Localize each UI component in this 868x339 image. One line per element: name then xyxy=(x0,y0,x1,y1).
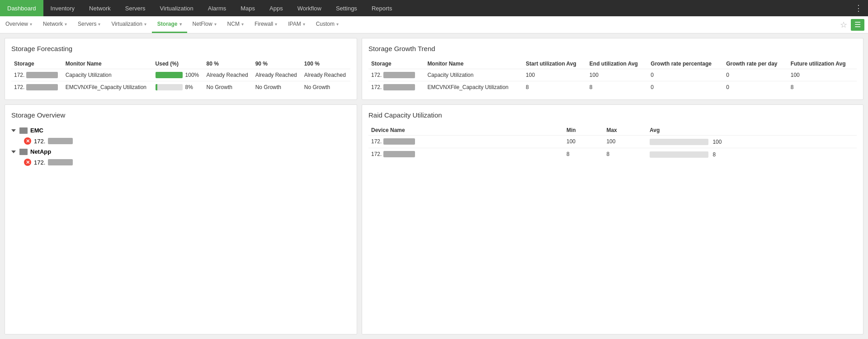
sg-col-future: Future utilization Avg xyxy=(788,59,857,69)
main-content: Storage Forecasting Storage Monitor Name… xyxy=(0,33,868,339)
subnav-firewall[interactable]: Firewall ▾ xyxy=(249,16,283,33)
nav-dashboard[interactable]: Dashboard xyxy=(0,0,43,16)
folder-icon xyxy=(19,127,28,134)
sg-col-start: Start utilization Avg xyxy=(523,59,587,69)
nav-maps[interactable]: Maps xyxy=(233,0,262,16)
subnav-storage-label: Storage xyxy=(157,21,178,27)
raid-min-0: 100 xyxy=(564,136,604,148)
storage-growth-title: Storage Growth Trend xyxy=(368,45,857,52)
avg-bar-outer-1 xyxy=(650,151,708,158)
nav-inventory[interactable]: Inventory xyxy=(43,0,82,16)
chevron-down-icon: ▾ xyxy=(144,22,146,27)
subnav-netflow[interactable]: NetFlow ▾ xyxy=(187,16,222,33)
growth-day-1: 0 xyxy=(723,81,788,94)
growth-monitor-1: EMCVNXFile_Capacity Utilization xyxy=(425,81,523,94)
col-header-storage: Storage xyxy=(11,59,63,69)
tree-group: NetApp ✕ 172. xyxy=(11,146,350,168)
raid-row: 172. 100 100 100 xyxy=(368,136,857,148)
forecast-device-1: 172. xyxy=(11,81,63,94)
nav-settings[interactable]: Settings xyxy=(329,0,364,16)
subnav-network[interactable]: Network ▾ xyxy=(38,16,72,33)
nav-apps[interactable]: Apps xyxy=(262,0,290,16)
rc-col-device: Device Name xyxy=(368,125,564,136)
forecast-80-1: No Growth xyxy=(204,81,253,94)
sg-col-end: End utilization Avg xyxy=(587,59,648,69)
forecast-80-0: Already Reached xyxy=(204,69,253,81)
nav-more-icon[interactable]: ⋮ xyxy=(849,0,868,16)
menu-button[interactable]: ☰ xyxy=(851,19,864,31)
growth-end-1: 8 xyxy=(587,81,648,94)
chevron-down-icon: ▾ xyxy=(336,22,339,27)
right-column: Storage Growth Trend Storage Monitor Nam… xyxy=(362,38,863,334)
growth-day-0: 0 xyxy=(723,69,788,81)
chevron-down-icon: ▾ xyxy=(179,22,182,27)
chevron-down-icon: ▾ xyxy=(275,22,277,27)
device-bar xyxy=(48,159,73,165)
sg-col-storage: Storage xyxy=(368,59,425,69)
chevron-down-icon: ▾ xyxy=(241,22,244,27)
avg-value-0: 100 xyxy=(712,139,722,145)
subnav-servers[interactable]: Servers ▾ xyxy=(72,16,106,33)
tree-group-item[interactable]: EMC xyxy=(11,125,350,136)
growth-row: 172. EMCVNXFile_Capacity Utilization 8 8… xyxy=(368,81,857,94)
group-name: EMC xyxy=(30,127,43,134)
nav-reports[interactable]: Reports xyxy=(364,0,400,16)
nav-servers[interactable]: Servers xyxy=(118,0,153,16)
growth-future-1: 8 xyxy=(788,81,857,94)
growth-device-0: 172. xyxy=(368,69,425,81)
raid-max-0: 100 xyxy=(604,136,647,148)
growth-start-1: 8 xyxy=(523,81,587,94)
left-column: Storage Forecasting Storage Monitor Name… xyxy=(5,38,357,334)
group-name: NetApp xyxy=(30,148,51,155)
subnav-virtualization-label: Virtualization xyxy=(111,21,142,27)
growth-end-0: 100 xyxy=(587,69,648,81)
raid-max-1: 8 xyxy=(604,148,647,160)
storage-forecasting-table: Storage Monitor Name Used (%) 80 % 90 % … xyxy=(11,59,350,93)
forecast-monitor-1: EMCVNXFile_Capacity Utilization xyxy=(63,81,153,94)
sub-nav-actions: ☆ ☰ xyxy=(836,19,868,31)
tree-child-item[interactable]: ✕ 172. xyxy=(11,136,350,146)
storage-forecasting-panel: Storage Forecasting Storage Monitor Name… xyxy=(5,38,357,100)
storage-overview-panel: Storage Overview EMC ✕ 172. NetApp ✕ 172… xyxy=(5,104,357,334)
subnav-storage[interactable]: Storage ▾ xyxy=(152,16,187,33)
favorite-star-icon[interactable]: ☆ xyxy=(836,20,851,30)
growth-pct-1: 0 xyxy=(648,81,723,94)
nav-workflow[interactable]: Workflow xyxy=(290,0,329,16)
raid-avg-1: 8 xyxy=(647,148,857,160)
chevron-down-icon: ▾ xyxy=(30,22,32,27)
growth-start-0: 100 xyxy=(523,69,587,81)
subnav-virtualization[interactable]: Virtualization ▾ xyxy=(106,16,151,33)
forecast-used-1: 8% xyxy=(153,81,204,94)
tree-group-item[interactable]: NetApp xyxy=(11,146,350,157)
forecast-90-1: No Growth xyxy=(253,81,302,94)
raid-device-0: 172. xyxy=(368,136,564,148)
subnav-ncm[interactable]: NCM ▾ xyxy=(222,16,249,33)
growth-device-1: 172. xyxy=(368,81,425,94)
chevron-down-icon: ▾ xyxy=(214,22,217,27)
error-icon: ✕ xyxy=(24,159,31,166)
subnav-ipam[interactable]: IPAM ▾ xyxy=(283,16,310,33)
col-header-monitor-name: Monitor Name xyxy=(63,59,153,69)
nav-network[interactable]: Network xyxy=(82,0,118,16)
growth-future-0: 100 xyxy=(788,69,857,81)
sub-navigation: Overview ▾ Network ▾ Servers ▾ Virtualiz… xyxy=(0,16,868,33)
subnav-overview[interactable]: Overview ▾ xyxy=(0,16,38,33)
forecast-100-0: Already Reached xyxy=(302,69,350,81)
growth-monitor-0: Capacity Utilization xyxy=(425,69,523,81)
growth-row: 172. Capacity Utilization 100 100 0 0 10… xyxy=(368,69,857,81)
storage-overview-title: Storage Overview xyxy=(11,111,350,119)
subnav-ncm-label: NCM xyxy=(227,21,240,27)
nav-alarms[interactable]: Alarms xyxy=(201,0,233,16)
storage-growth-table: Storage Monitor Name Start utilization A… xyxy=(368,59,857,93)
col-header-80: 80 % xyxy=(204,59,253,69)
expand-icon xyxy=(11,151,16,153)
subnav-custom[interactable]: Custom ▾ xyxy=(311,16,344,33)
rc-col-min: Min xyxy=(564,125,604,136)
storage-forecasting-title: Storage Forecasting xyxy=(11,45,350,52)
raid-avg-0: 100 xyxy=(647,136,857,148)
forecast-used-0: 100% xyxy=(153,69,204,81)
tree-child-item[interactable]: ✕ 172. xyxy=(11,157,350,168)
subnav-custom-label: Custom xyxy=(316,21,335,27)
subnav-network-label: Network xyxy=(43,21,63,27)
nav-virtualization[interactable]: Virtualization xyxy=(153,0,201,16)
